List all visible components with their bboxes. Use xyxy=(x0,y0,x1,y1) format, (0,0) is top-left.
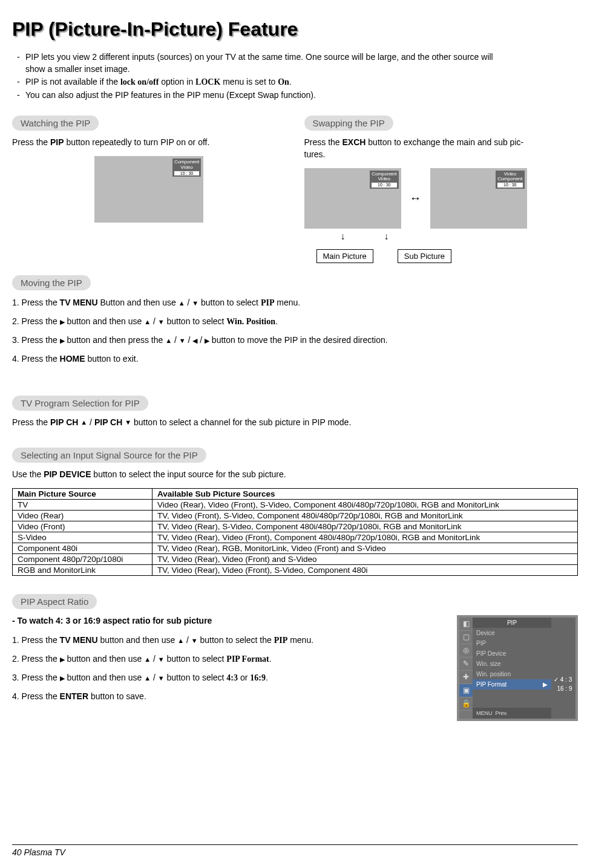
section-moving: Moving the PIP xyxy=(12,275,91,290)
intro-l3: You can also adjust the PIP features in … xyxy=(25,90,316,102)
swap-b: EXCH xyxy=(343,137,366,147)
right-icon: ▶ xyxy=(60,317,65,327)
swap-d: tures. xyxy=(304,149,326,159)
moving-steps: 1. Press the TV MENU Button and then use… xyxy=(12,296,578,365)
a3b: button and then use xyxy=(65,673,145,682)
aspect-steps: 1. Press the TV MENU button and then use… xyxy=(12,634,439,703)
m3b: button and then press the xyxy=(65,335,166,345)
osd-item: Win. position xyxy=(473,669,551,679)
osd-item-selected: PIP Format▶ xyxy=(473,679,551,690)
tv-overlay: Component Video 10 : 30 xyxy=(172,158,201,177)
m1f: menu. xyxy=(274,298,300,307)
osd-opt-1: ✓ 4 : 3 xyxy=(554,675,575,684)
right-icon: ▶ xyxy=(205,336,209,346)
intro-l2d: LOCK xyxy=(195,77,220,86)
a2c: button to select xyxy=(165,654,227,664)
up-icon: ▲ xyxy=(177,636,184,646)
tp-d: button to select a channel for the sub p… xyxy=(131,417,351,427)
a1c: button and then use xyxy=(98,635,178,645)
table-row: Component 480iTV, Video (Rear), RGB, Mon… xyxy=(13,543,578,553)
down-arrow-icon: ↓ xyxy=(341,231,346,241)
m2d: Win. Position xyxy=(226,317,275,326)
th-main: Main Picture Source xyxy=(13,488,152,499)
a4c: button to save. xyxy=(88,691,146,701)
m2b: button and then use xyxy=(65,316,145,326)
osd-item: PIP xyxy=(473,638,551,648)
a1e: PIP xyxy=(274,636,288,645)
sel-b: PIP DEVICE xyxy=(44,469,91,479)
down-icon: ▼ xyxy=(158,317,165,327)
overlay-video: Video xyxy=(174,165,199,171)
up-icon: ▲ xyxy=(80,418,87,427)
tv-illustration-main: Component Video 10 : 30 xyxy=(304,168,401,229)
tp-b: PIP CH xyxy=(50,417,80,427)
a2b: button and then use xyxy=(65,654,145,664)
th-sub: Available Sub Picture Sources xyxy=(152,488,577,499)
down-icon: ▼ xyxy=(192,298,198,308)
a3g: . xyxy=(266,673,268,682)
swap-c: button to exchange the main and sub pic- xyxy=(365,137,523,147)
a3c: button to select xyxy=(165,673,227,682)
aspect-heading: - To watch 4: 3 or 16:9 aspect ratio for… xyxy=(12,615,439,627)
section-swapping: Swapping the PIP xyxy=(304,116,393,131)
a3e: or xyxy=(238,673,250,682)
a1a: 1. Press the xyxy=(12,635,60,645)
intro-l2g: . xyxy=(289,77,292,86)
m1a: 1. Press the xyxy=(12,298,60,307)
section-tvprog: TV Program Selection for PIP xyxy=(12,396,148,411)
m2a: 2. Press the xyxy=(12,316,60,326)
table-row: Video (Rear)TV, Video (Front), S-Video, … xyxy=(13,510,578,521)
tvprog-text: Press the PIP CH ▲ / PIP CH ▼ button to … xyxy=(12,417,578,429)
selecting-text: Use the PIP DEVICE button to select the … xyxy=(12,469,578,481)
source-table: Main Picture SourceAvailable Sub Picture… xyxy=(12,488,578,576)
osd-icon-1: ◧ xyxy=(459,618,473,631)
table-row: S-VideoTV, Video (Rear), Video (Front), … xyxy=(13,532,578,543)
table-row: Video (Front)TV, Video (Rear), S-Video, … xyxy=(13,521,578,532)
tv-overlay-sub: Video Component 10 : 30 xyxy=(496,171,524,189)
m1d: button to select xyxy=(198,298,261,307)
a2d: PIP Format xyxy=(226,654,269,664)
watching-c: button repeatedly to turn PIP on or off. xyxy=(64,137,210,147)
osd-sel-label: PIP Format xyxy=(476,681,506,688)
overlay-time3: 10 : 30 xyxy=(497,183,522,188)
m1c: Button and then use xyxy=(98,298,179,307)
m3c: button to move the PIP in the desired di… xyxy=(209,335,388,345)
osd-item: Device xyxy=(473,628,551,638)
tp-a: Press the xyxy=(12,417,50,427)
intro-l2e: menu is set to xyxy=(220,77,278,86)
up-icon: ▲ xyxy=(144,673,151,684)
up-icon: ▲ xyxy=(144,654,151,665)
osd-footer-prev: Prev. xyxy=(496,710,508,716)
sel-a: Use the xyxy=(12,469,44,479)
intro-l2b: lock on/off xyxy=(120,77,159,86)
up-icon: ▲ xyxy=(179,298,185,308)
tv-overlay-main: Component Video 10 : 30 xyxy=(370,171,398,189)
a2e: . xyxy=(269,654,272,664)
a2a: 2. Press the xyxy=(12,654,60,664)
section-selecting: Selecting an Input Signal Source for the… xyxy=(12,448,206,463)
m3a: 3. Press the xyxy=(12,335,60,345)
m2e: . xyxy=(275,316,278,326)
a3f: 16:9 xyxy=(250,673,266,682)
intro-l2c: option in xyxy=(159,77,195,86)
intro-l2a: PIP is not available if the xyxy=(25,77,120,86)
osd-title: PIP xyxy=(473,618,551,628)
intro-list: -PIP lets you view 2 different inputs (s… xyxy=(17,51,578,101)
osd-item: PIP Device xyxy=(473,648,551,659)
right-icon: ▶ xyxy=(543,681,548,688)
swap-row: Component Video 10 : 30 ↔ Video Componen… xyxy=(304,168,579,229)
intro-l2f: On xyxy=(278,77,289,86)
down-icon: ▼ xyxy=(191,636,198,646)
watching-text: Press the PIP button repeatedly to turn … xyxy=(12,137,286,149)
osd-icon-4: ✎ xyxy=(459,658,473,671)
a1d: button to select the xyxy=(198,635,274,645)
section-aspect: PIP Aspect Ratio xyxy=(12,594,97,609)
osd-icon-5: ✚ xyxy=(459,671,473,684)
a1b: TV MENU xyxy=(60,635,98,645)
m1e: PIP xyxy=(261,298,275,307)
page-title: PIP (Picture-In-Picture) Feature xyxy=(12,18,578,41)
swap-labels: Main Picture Sub Picture xyxy=(316,246,579,263)
section-watching: Watching the PIP xyxy=(12,116,99,131)
osd-footer-menu: MENU xyxy=(476,710,493,716)
osd-icon-2: ▢ xyxy=(459,631,473,644)
